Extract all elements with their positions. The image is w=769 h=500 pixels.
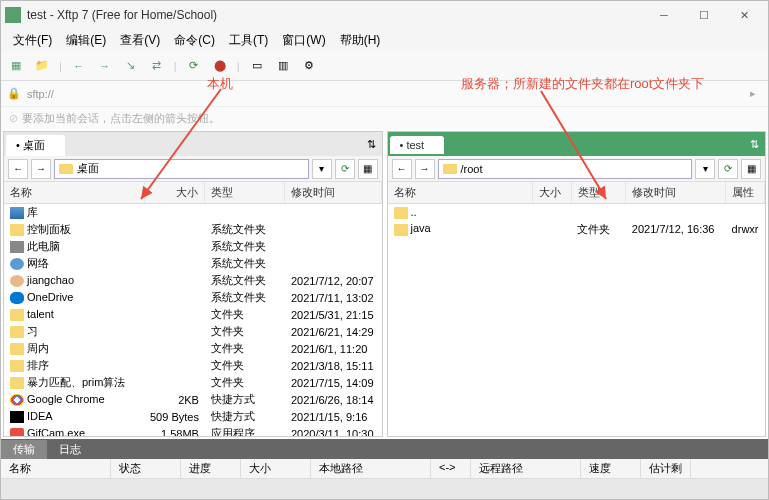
window-title: test - Xftp 7 (Free for Home/School) (27, 8, 644, 22)
local-file-list[interactable]: 名称 大小 类型 修改时间 库控制面板系统文件夹此电脑系统文件夹网络系统文件夹j… (4, 182, 382, 436)
transfer-header: 名称 状态 进度 大小 本地路径 <-> 远程路径 速度 估计剩 (1, 459, 768, 479)
local-tab-menu-icon[interactable]: ⇅ (361, 138, 382, 151)
toolbar: ▦ 📁 | ← → ↘ ⇄ | ⟳ ⬤ | ▭ ▥ ⚙ (1, 51, 768, 81)
local-tab-header: • 桌面 ⇅ (4, 132, 382, 156)
remote-fwd-button[interactable]: → (415, 159, 435, 179)
file-icon (10, 258, 24, 270)
table-row[interactable]: talent文件夹2021/5/31, 21:15 (4, 306, 381, 323)
col-mtime[interactable]: 修改时间 (626, 182, 726, 204)
menu-bar: 文件(F) 编辑(E) 查看(V) 命令(C) 工具(T) 窗口(W) 帮助(H… (1, 29, 768, 51)
remote-tab-menu-icon[interactable]: ⇅ (744, 138, 765, 151)
col-attr[interactable]: 属性 (726, 182, 765, 204)
menu-help[interactable]: 帮助(H) (334, 30, 387, 51)
menu-tool[interactable]: 工具(T) (223, 30, 274, 51)
table-row[interactable]: 周内文件夹2021/6/1, 11:20 (4, 340, 381, 357)
menu-edit[interactable]: 编辑(E) (60, 30, 112, 51)
menu-view[interactable]: 查看(V) (114, 30, 166, 51)
table-row[interactable]: 网络系统文件夹 (4, 255, 381, 272)
back-icon[interactable]: ← (70, 57, 88, 75)
bottom-tabs: 传输 日志 (1, 439, 768, 459)
maximize-button[interactable]: ☐ (684, 2, 724, 28)
col-name[interactable]: 名称 (4, 182, 144, 204)
menu-cmd[interactable]: 命令(C) (168, 30, 221, 51)
tab-log[interactable]: 日志 (47, 440, 93, 459)
remote-view-button[interactable]: ▦ (741, 159, 761, 179)
table-row[interactable]: IDEA509 Bytes快捷方式2021/1/15, 9:16 (4, 408, 381, 425)
table-row[interactable]: 此电脑系统文件夹 (4, 238, 381, 255)
local-view-button[interactable]: ▦ (358, 159, 378, 179)
table-row[interactable]: 暴力匹配、prim算法文件夹2021/7/15, 14:09 (4, 374, 381, 391)
remote-tab-header: • test ⇅ (388, 132, 766, 156)
file-icon (10, 377, 24, 389)
minimize-button[interactable]: ─ (644, 2, 684, 28)
local-tab[interactable]: • 桌面 (6, 135, 65, 156)
file-icon (10, 394, 24, 406)
file-icon (10, 360, 24, 372)
file-icon (10, 207, 24, 219)
menu-window[interactable]: 窗口(W) (276, 30, 331, 51)
file-icon (10, 411, 24, 423)
local-path-field[interactable]: 桌面 (54, 159, 309, 179)
table-row[interactable]: 习文件夹2021/6/21, 14:29 (4, 323, 381, 340)
local-fwd-button[interactable]: → (31, 159, 51, 179)
file-icon (10, 343, 24, 355)
action-icon[interactable]: ↘ (122, 57, 140, 75)
col-type[interactable]: 类型 (571, 182, 625, 204)
terminal-icon[interactable]: ▭ (248, 57, 266, 75)
remote-pane: • test ⇅ ← → /root ▾ ⟳ ▦ 名称 大小 类型 修改时间 属… (387, 131, 767, 437)
address-input[interactable] (25, 86, 744, 102)
stop-icon[interactable]: ⬤ (211, 57, 229, 75)
table-row[interactable]: 排序文件夹2021/3/18, 15:11 (4, 357, 381, 374)
local-back-button[interactable]: ← (8, 159, 28, 179)
table-row[interactable]: OneDrive系统文件夹2021/7/11, 13:02 (4, 289, 381, 306)
file-icon (394, 207, 408, 219)
local-refresh-button[interactable]: ⟳ (335, 159, 355, 179)
table-row[interactable]: java文件夹2021/7/12, 16:36drwxr (388, 221, 765, 238)
folder-icon (59, 164, 73, 174)
menu-file[interactable]: 文件(F) (7, 30, 58, 51)
file-icon (10, 326, 24, 338)
remote-path-field[interactable]: /root (438, 159, 693, 179)
col-mtime[interactable]: 修改时间 (285, 182, 381, 204)
open-icon[interactable]: 📁 (33, 57, 51, 75)
new-session-icon[interactable]: ▦ (7, 57, 25, 75)
table-row[interactable]: GifCam.exe1.58MB应用程序2020/3/11, 10:30 (4, 425, 381, 436)
table-row[interactable]: 控制面板系统文件夹 (4, 221, 381, 238)
table-row[interactable]: jiangchao系统文件夹2021/7/12, 20:07 (4, 272, 381, 289)
layout-icon[interactable]: ▥ (274, 57, 292, 75)
refresh-icon[interactable]: ⟳ (185, 57, 203, 75)
remote-file-list[interactable]: 名称 大小 类型 修改时间 属性 ..java文件夹2021/7/12, 16:… (388, 182, 766, 436)
forward-icon[interactable]: → (96, 57, 114, 75)
file-icon (10, 275, 24, 287)
remote-tab[interactable]: • test (390, 136, 445, 154)
col-type[interactable]: 类型 (205, 182, 285, 204)
table-row[interactable]: .. (388, 204, 765, 221)
file-icon (10, 224, 24, 236)
remote-dropdown-icon[interactable]: ▾ (695, 159, 715, 179)
table-row[interactable]: Google Chrome2KB快捷方式2021/6/26, 18:14 (4, 391, 381, 408)
col-name[interactable]: 名称 (388, 182, 533, 204)
settings-icon[interactable]: ⚙ (300, 57, 318, 75)
file-icon (10, 241, 24, 253)
remote-back-button[interactable]: ← (392, 159, 412, 179)
folder-icon (443, 164, 457, 174)
address-bar: 🔒 ▸ (1, 81, 768, 107)
file-icon (10, 309, 24, 321)
tab-transfer[interactable]: 传输 (1, 440, 47, 459)
file-icon (10, 428, 24, 436)
transfer-body[interactable] (1, 479, 768, 499)
col-size[interactable]: 大小 (532, 182, 571, 204)
local-dropdown-icon[interactable]: ▾ (312, 159, 332, 179)
col-size[interactable]: 大小 (144, 182, 205, 204)
transfer-icon[interactable]: ⇄ (148, 57, 166, 75)
close-button[interactable]: ✕ (724, 2, 764, 28)
hint-text: ⊘ 要添加当前会话，点击左侧的箭头按钮。 (1, 107, 768, 129)
app-icon (5, 7, 21, 23)
address-go-icon[interactable]: ▸ (744, 85, 762, 103)
lock-icon: 🔒 (7, 87, 21, 100)
table-row[interactable]: 库 (4, 204, 381, 222)
file-icon (394, 224, 408, 236)
remote-refresh-button[interactable]: ⟳ (718, 159, 738, 179)
local-pane: • 桌面 ⇅ ← → 桌面 ▾ ⟳ ▦ 名称 大小 类型 修改时间 库控制面板系 (3, 131, 383, 437)
file-icon (10, 292, 24, 304)
